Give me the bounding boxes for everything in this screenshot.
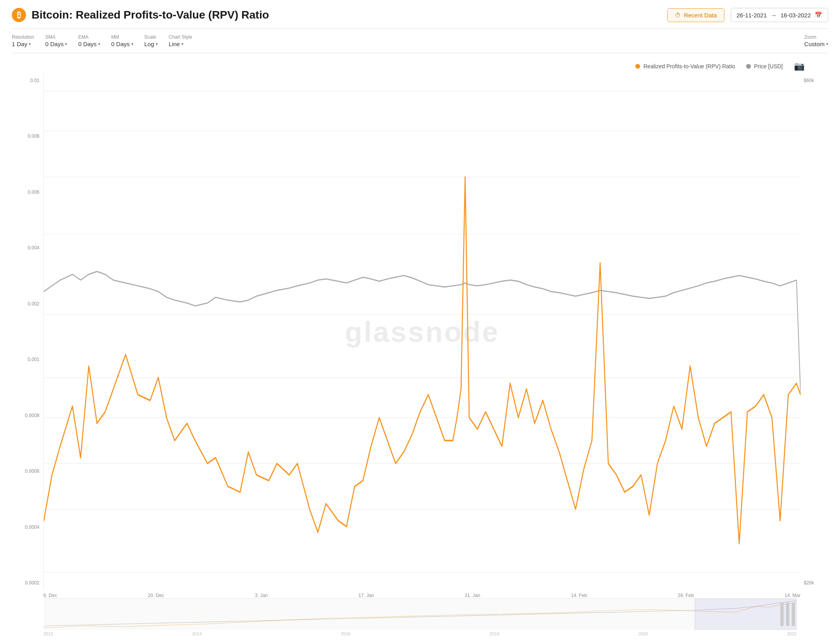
zoom-value: Custom ▾ (804, 41, 828, 47)
x-label: 31. Jan (465, 593, 480, 598)
y-label-right: $60k (801, 78, 828, 83)
legend-price: Price [USD] (746, 63, 783, 69)
y-label-left: 0.01 (12, 78, 43, 83)
y-label-left: 0.002 (12, 301, 43, 307)
zoom-label: Zoom (804, 34, 828, 40)
sma-label: SMA (45, 34, 67, 40)
x-label: 14. Feb (571, 593, 587, 598)
header: ₿ Bitcoin: Realized Profits-to-Value (RP… (12, 8, 828, 28)
scale-label: Scale (144, 34, 158, 40)
y-label-left: 0.001 (12, 357, 43, 362)
arrow-icon: → (771, 12, 777, 19)
scale-dropdown[interactable]: Scale Log ▾ (144, 33, 166, 49)
page-container: ₿ Bitcoin: Realized Profits-to-Value (RP… (0, 0, 840, 644)
y-axis-left: 0.010.0080.0060.0040.0020.0010.00080.000… (12, 74, 43, 590)
mm-chevron: ▾ (131, 42, 133, 46)
title-area: ₿ Bitcoin: Realized Profits-to-Value (RP… (12, 8, 269, 22)
ema-value: 0 Days ▾ (78, 41, 100, 47)
clock-icon: ⏱ (675, 12, 681, 19)
price-dot (746, 64, 751, 69)
chart-style-label: Chart Style (169, 34, 192, 40)
x-label: 6. Dec (43, 593, 57, 598)
chart-style-value: Line ▾ (169, 41, 192, 47)
ema-label: EMA (78, 34, 100, 40)
zoom-dropdown[interactable]: Zoom Custom ▾ (804, 33, 828, 49)
mini-x-label: 2018 (489, 631, 499, 636)
recent-data-button[interactable]: ⏱ Recent Data (667, 8, 724, 22)
chart-wrapper: 0.010.0080.0060.0040.0020.0010.00080.000… (12, 74, 828, 590)
mini-x-axis: 201220142016201820202022 (43, 630, 797, 636)
price-label: Price [USD] (754, 63, 783, 69)
ema-dropdown[interactable]: EMA 0 Days ▾ (78, 33, 109, 49)
page-title: Bitcoin: Realized Profits-to-Value (RPV)… (32, 9, 269, 21)
x-label: 17. Jan (358, 593, 374, 598)
chart-style-dropdown[interactable]: Chart Style Line ▾ (169, 33, 201, 49)
legend-rpv: Realized Profits-to-Value (RPV) Ratio (635, 63, 735, 69)
date-end: 16-03-2022 (780, 12, 811, 19)
y-label-left: 0.0004 (12, 524, 43, 530)
svg-rect-10 (43, 599, 797, 630)
mm-value: 0 Days ▾ (111, 41, 133, 47)
x-label: 3. Jan (255, 593, 268, 598)
toolbar: Resolution 1 Day ▾ SMA 0 Days ▾ EMA 0 Da… (12, 28, 828, 53)
bitcoin-icon: ₿ (12, 8, 26, 22)
scale-value: Log ▾ (144, 41, 158, 47)
calendar-icon: 📅 (815, 11, 822, 19)
sma-chevron: ▾ (65, 42, 67, 46)
sma-value: 0 Days ▾ (45, 41, 67, 47)
x-label: 14. Mar (784, 593, 801, 598)
x-label: 20. Dec (148, 593, 164, 598)
y-label-left: 0.006 (12, 189, 43, 195)
zoom-chevron: ▾ (826, 42, 828, 46)
camera-icon[interactable]: 📷 (794, 61, 805, 71)
y-label-left: 0.004 (12, 245, 43, 251)
mini-chart-area[interactable] (43, 598, 797, 630)
mini-x-label: 2022 (787, 631, 796, 636)
y-label-left: 0.0008 (12, 413, 43, 418)
legend: Realized Profits-to-Value (RPV) Ratio Pr… (12, 57, 828, 74)
chart-area: Realized Profits-to-Value (RPV) Ratio Pr… (12, 57, 828, 636)
scale-chevron: ▾ (156, 42, 158, 46)
svg-rect-14 (792, 603, 795, 626)
mini-x-label: 2012 (43, 631, 53, 636)
mini-x-label: 2020 (638, 631, 648, 636)
date-start: 26-11-2021 (737, 12, 767, 19)
chart-style-chevron: ▾ (181, 42, 183, 46)
mm-dropdown[interactable]: MM 0 Days ▾ (111, 33, 142, 49)
mini-x-label: 2014 (192, 631, 202, 636)
x-label: 28. Feb (678, 593, 694, 598)
sma-dropdown[interactable]: SMA 0 Days ▾ (45, 33, 76, 49)
resolution-dropdown[interactable]: Resolution 1 Day ▾ (12, 33, 43, 49)
svg-rect-12 (780, 603, 784, 626)
header-right: ⏱ Recent Data 26-11-2021 → 16-03-2022 📅 (667, 8, 828, 22)
ema-chevron: ▾ (98, 42, 100, 46)
y-label-right: $20k (801, 580, 828, 586)
recent-data-label: Recent Data (684, 12, 717, 19)
mm-label: MM (111, 34, 133, 40)
rpv-label: Realized Profits-to-Value (RPV) Ratio (643, 63, 735, 69)
date-range[interactable]: 26-11-2021 → 16-03-2022 📅 (731, 8, 828, 22)
svg-rect-13 (786, 603, 789, 626)
resolution-value: 1 Day ▾ (12, 41, 34, 47)
rpv-dot (635, 64, 640, 69)
mini-x-label: 2016 (341, 631, 350, 636)
y-label-left: 0.0002 (12, 580, 43, 586)
resolution-chevron: ▾ (29, 42, 31, 46)
chart-main[interactable]: glassnode (43, 74, 801, 590)
y-label-left: 0.008 (12, 133, 43, 139)
x-axis: 6. Dec20. Dec3. Jan17. Jan31. Jan14. Feb… (12, 590, 828, 598)
resolution-label: Resolution (12, 34, 34, 40)
y-label-left: 0.0006 (12, 468, 43, 474)
y-axis-right: $60k$20k (801, 74, 828, 590)
